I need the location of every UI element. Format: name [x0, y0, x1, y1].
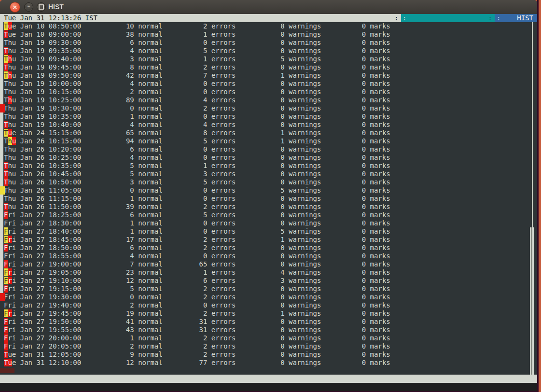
hist-row[interactable]: Thu Jan 26 10:15:00 94 normal 5 errors 1…: [0, 137, 537, 145]
hist-row[interactable]: Thu Jan 26 11:50:00 39 normal 2 errors 0…: [0, 203, 537, 211]
hist-line: Tue Jan 31 12:10:00 12 normal 77 errors …: [4, 359, 390, 366]
histogram-bar-red: u: [12, 137, 16, 145]
hist-row[interactable]: Thu Jan 19 09:30:00 6 normal 0 errors 0 …: [0, 39, 537, 47]
hist-row[interactable]: Fri Jan 27 19:30:00 0 normal 2 errors 0 …: [0, 293, 537, 301]
hist-line: Fri Jan 27 20:05:00 2 normal 2 errors 0 …: [4, 342, 390, 350]
hist-row[interactable]: Fri Jan 27 18:50:00 6 normal 2 errors 0 …: [0, 244, 537, 252]
hist-line: Thu Jan 26 10:45:00 5 normal 3 errors 0 …: [4, 170, 390, 178]
window-border-right: [537, 0, 539, 392]
hist-line: Thu Jan 19 09:45:00 8 normal 2 errors 0 …: [4, 63, 390, 71]
hist-row[interactable]: Thu Jan 19 09:50:00 42 normal 7 errors 1…: [0, 71, 537, 80]
hist-line: Fri Jan 27 18:30:00 1 normal 0 errors 0 …: [4, 219, 390, 227]
hist-row[interactable]: Thu Jan 26 10:20:00 6 normal 0 errors 0 …: [0, 145, 537, 154]
histogram-bar-red: F: [4, 285, 8, 293]
hist-row[interactable]: Tue Jan 24 15:15:00 65 normal 8 errors 1…: [0, 129, 537, 137]
hist-line: Thu Jan 26 10:50:00 3 normal 5 errors 0 …: [4, 178, 390, 186]
hist-row[interactable]: Thu Jan 26 10:50:00 3 normal 5 errors 0 …: [0, 178, 537, 186]
hist-row[interactable]: Fri Jan 27 19:10:00 12 normal 6 errors 3…: [0, 277, 537, 285]
message-bar: restored session from just now; press Ct…: [0, 383, 537, 391]
hist-row[interactable]: Fri Jan 27 19:45:00 19 normal 2 errors 1…: [0, 309, 537, 318]
title-bar[interactable]: × – HIST: [0, 0, 537, 14]
hist-row[interactable]: Fri Jan 27 19:05:00 23 normal 1 errors 4…: [0, 268, 537, 277]
hist-line: Fri Jan 27 18:40:00 1 normal 0 errors 5 …: [4, 227, 390, 235]
maximize-button[interactable]: [37, 2, 46, 12]
gutter-strip: [0, 252, 3, 260]
red-gutter-mark: [0, 104, 5, 112]
hist-row[interactable]: Thu Jan 19 09:35:00 4 normal 5 errors 0 …: [0, 47, 537, 55]
histogram-bar-red: T: [4, 63, 8, 71]
yellow-gutter-mark: [0, 186, 5, 195]
hist-line: Fri Jan 27 19:30:00 0 normal 2 errors 0 …: [4, 293, 390, 301]
hist-row[interactable]: Tue Jan 31 12:05:00 9 normal 2 errors 0 …: [0, 350, 537, 359]
hist-row[interactable]: Thu Jan 19 09:40:00 3 normal 1 errors 5 …: [0, 55, 537, 63]
hist-row[interactable]: Tue Jan 10 08:50:00 10 normal 2 errors 8…: [0, 22, 537, 30]
gutter-strip: [0, 112, 3, 121]
histogram-bar-red: F: [4, 244, 8, 252]
hist-row[interactable]: Thu Jan 19 10:25:00 89 normal 4 errors 0…: [0, 96, 537, 104]
hist-row[interactable]: Thu Jan 26 10:45:00 5 normal 3 errors 0 …: [0, 170, 537, 178]
gutter-strip: [0, 178, 3, 186]
histogram-bar-red: F: [4, 334, 8, 342]
histogram-bar-red: F: [4, 318, 8, 325]
hist-row[interactable]: Thu Jan 19 10:35:00 1 normal 0 errors 0 …: [0, 112, 537, 121]
hist-row[interactable]: Thu Jan 26 11:05:00 0 normal 0 errors 5 …: [0, 186, 537, 195]
maximize-icon: [39, 4, 44, 10]
hist-row[interactable]: Fri Jan 27 19:40:00 2 normal 0 errors 0 …: [0, 301, 537, 309]
gutter-strip: [0, 96, 3, 104]
gutter-strip: [0, 285, 3, 293]
hist-row[interactable]: Fri Jan 27 19:00:00 7 normal 65 errors 0…: [0, 260, 537, 268]
status-bar: L59 100% 0 hits ?:View Help: [0, 375, 537, 383]
hist-row[interactable]: Fri Jan 27 19:50:00 41 normal 31 errors …: [0, 318, 537, 326]
hist-line: Thu Jan 19 09:40:00 3 normal 1 errors 5 …: [4, 55, 390, 63]
hist-row[interactable]: Thu Jan 19 09:45:00 8 normal 2 errors 0 …: [0, 63, 537, 71]
hist-row[interactable]: Thu Jan 26 11:15:00 1 normal 0 errors 0 …: [0, 195, 537, 203]
gutter-strip: [0, 277, 3, 285]
hist-row[interactable]: Tue Jan 31 12:10:00 12 normal 77 errors …: [0, 359, 537, 367]
hist-row[interactable]: Fri Jan 27 19:55:00 43 normal 31 errors …: [0, 326, 537, 334]
hist-row[interactable]: Thu Jan 19 10:15:00 2 normal 0 errors 0 …: [0, 88, 537, 96]
close-icon: ×: [13, 4, 18, 10]
histogram-bar-red: T: [4, 350, 8, 358]
histogram-bar-red: T: [4, 170, 8, 178]
hist-line: Thu Jan 19 10:30:00 0 normal 2 errors 0 …: [4, 104, 390, 112]
hist-row[interactable]: Fri Jan 27 18:40:00 1 normal 0 errors 5 …: [0, 227, 537, 236]
histogram-bar-red: T: [4, 178, 8, 186]
hist-row[interactable]: Thu Jan 26 10:35:00 5 normal 1 errors 0 …: [0, 162, 537, 170]
hist-row[interactable]: Fri Jan 27 19:15:00 5 normal 2 errors 0 …: [0, 285, 537, 293]
hist-row[interactable]: Fri Jan 27 20:05:00 2 normal 2 errors 0 …: [0, 342, 537, 350]
minimize-button[interactable]: –: [24, 2, 33, 12]
window-title: HIST: [48, 3, 64, 11]
hist-row[interactable]: Thu Jan 19 10:00:00 4 normal 0 errors 0 …: [0, 80, 537, 88]
hist-row[interactable]: Thu Jan 26 10:25:00 4 normal 0 errors 0 …: [0, 154, 537, 162]
hist-line: Thu Jan 19 09:50:00 42 normal 7 errors 1…: [4, 71, 390, 79]
hist-line: Fri Jan 27 19:45:00 19 normal 2 errors 1…: [4, 309, 390, 317]
hist-row[interactable]: Fri Jan 27 18:30:00 1 normal 0 errors 0 …: [0, 219, 537, 227]
gutter-strip: [0, 137, 3, 145]
partial-row-sliver: [0, 368, 14, 373]
histogram-bar-red: r: [8, 268, 12, 276]
hist-line: Thu Jan 26 10:25:00 4 normal 0 errors 0 …: [4, 154, 390, 161]
clock-text: Tue Jan 31 12:13:26 IST: [4, 14, 97, 22]
histogram-bar-yellow: F: [4, 227, 8, 235]
hist-row[interactable]: Fri Jan 27 18:55:00 4 normal 0 errors 0 …: [0, 252, 537, 260]
close-button[interactable]: ×: [10, 2, 20, 13]
hist-row[interactable]: Fri Jan 27 18:45:00 17 normal 2 errors 1…: [0, 236, 537, 244]
hist-line: Thu Jan 19 10:35:00 1 normal 0 errors 0 …: [4, 112, 390, 120]
histogram-bar-red: h: [8, 71, 12, 79]
gutter-strip: [0, 71, 3, 80]
hist-rows: Tue Jan 10 08:50:00 10 normal 2 errors 8…: [0, 22, 537, 367]
hist-line: Fri Jan 27 19:40:00 2 normal 0 errors 0 …: [4, 301, 390, 309]
hist-row[interactable]: Tue Jan 10 09:00:00 38 normal 1 errors 0…: [0, 30, 537, 39]
hist-row[interactable]: Thu Jan 19 10:40:00 4 normal 4 errors 0 …: [0, 121, 537, 129]
hist-line: Thu Jan 19 10:00:00 4 normal 0 errors 0 …: [4, 80, 390, 87]
histogram-bar-red: F: [4, 326, 8, 334]
hist-row[interactable]: Fri Jan 27 20:00:00 1 normal 2 errors 0 …: [0, 334, 537, 342]
hist-line: Fri Jan 27 20:00:00 1 normal 2 errors 0 …: [4, 334, 390, 342]
hist-line: Thu Jan 26 11:15:00 1 normal 0 errors 0 …: [4, 195, 390, 202]
histogram-bar-red: T: [4, 47, 8, 55]
hist-row[interactable]: Fri Jan 27 18:25:00 6 normal 5 errors 0 …: [0, 211, 537, 219]
hist-line: Fri Jan 27 19:05:00 23 normal 1 errors 4…: [4, 268, 390, 276]
histogram-bar-red: F: [4, 342, 8, 350]
hist-row[interactable]: Thu Jan 19 10:30:00 0 normal 2 errors 0 …: [0, 104, 537, 112]
scrollbar-thumb[interactable]: [530, 227, 534, 375]
